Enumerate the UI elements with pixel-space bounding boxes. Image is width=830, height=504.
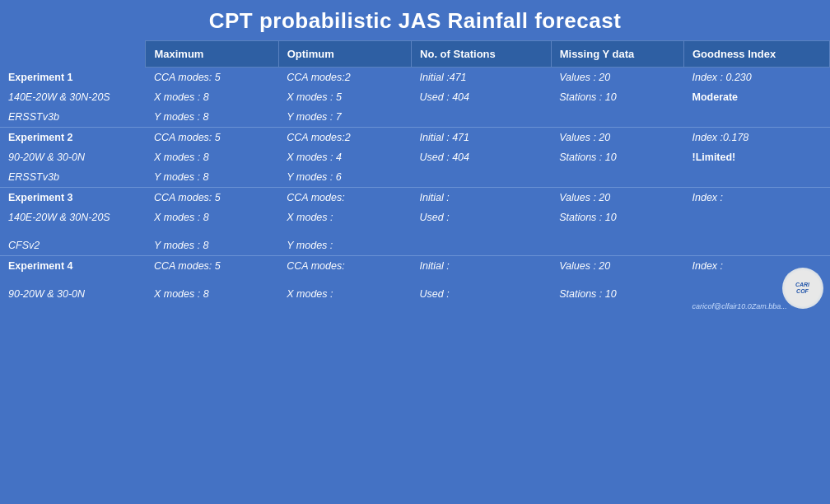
table-cell-7-4: Stations : 10 <box>551 208 683 227</box>
table-cell-6-1: CCA modes: 5 <box>146 188 278 208</box>
table-cell-4-1: X modes : 8 <box>146 147 278 167</box>
table-cell-3-2: CCA modes:2 <box>278 128 411 148</box>
table-cell-0-1: CCA modes: 5 <box>146 68 278 88</box>
table-cell-7-2: X modes : <box>278 208 411 227</box>
col-header-3: No. of Stations <box>412 41 552 68</box>
table-cell-2-5 <box>684 107 830 128</box>
table-cell-6-2: CCA modes: <box>278 188 411 208</box>
table-container: MaximumOptimumNo. of StationsMissing Y d… <box>0 40 830 504</box>
table-cell-10-4: Values : 20 <box>551 256 683 277</box>
table-cell-8-3 <box>412 227 552 236</box>
table-cell-4-4: Stations : 10 <box>551 147 683 167</box>
table-row: 90-20W & 30-0NX modes : 8X modes :Used :… <box>0 276 830 312</box>
table-cell-5-1: Y modes : 8 <box>146 167 278 188</box>
table-cell-1-1: X modes : 8 <box>146 87 278 107</box>
table-cell-3-5: Index :0.178 <box>684 128 830 148</box>
table-cell-8-4 <box>551 227 683 236</box>
table-cell-11-3: Used : <box>412 276 552 312</box>
table-cell-5-5 <box>684 167 830 188</box>
table-cell-9-4 <box>551 236 683 256</box>
table-cell-9-1: Y modes : 8 <box>146 236 278 256</box>
email-text: caricof@clfair10.0Zam.bba... <box>692 302 787 310</box>
page-title: CPT probabilistic JAS Rainfall forecast <box>0 8 830 34</box>
table-cell-1-4: Stations : 10 <box>551 87 683 107</box>
table-row <box>0 227 830 236</box>
cariconf-logo: CARICOF <box>782 268 823 309</box>
table-cell-2-4 <box>551 107 683 128</box>
table-cell-5-4 <box>551 167 683 188</box>
table-cell-7-0: 140E-20W & 30N-20S <box>0 208 146 227</box>
table-cell-11-2: X modes : <box>278 276 411 312</box>
table-row: Experiment 4CCA modes: 5CCA modes:Initia… <box>0 256 830 277</box>
table-cell-3-1: CCA modes: 5 <box>146 128 278 148</box>
table-cell-3-3: Initial : 471 <box>412 128 552 148</box>
table-row: CFSv2Y modes : 8Y modes : <box>0 236 830 256</box>
table-cell-4-2: X modes : 4 <box>278 147 411 167</box>
main-table: MaximumOptimumNo. of StationsMissing Y d… <box>0 40 830 312</box>
table-cell-0-5: Index : 0.230 <box>684 68 830 88</box>
table-cell-1-2: X modes : 5 <box>278 87 411 107</box>
col-header-0 <box>0 41 146 68</box>
table-cell-7-3: Used : <box>412 208 552 227</box>
table-cell-2-1: Y modes : 8 <box>146 107 278 128</box>
table-cell-9-5 <box>684 236 830 256</box>
col-header-1: Maximum <box>146 41 278 68</box>
table-cell-6-5: Index : <box>684 188 830 208</box>
table-cell-8-1 <box>146 227 278 236</box>
table-row: ERSSTv3bY modes : 8Y modes : 7 <box>0 107 830 128</box>
table-cell-4-0: 90-20W & 30-0N <box>0 147 146 167</box>
table-row: 140E-20W & 30N-20SX modes : 8X modes : 5… <box>0 87 830 107</box>
table-cell-0-0: Experiment 1 <box>0 68 146 88</box>
table-cell-8-2 <box>278 227 411 236</box>
table-cell-8-5 <box>684 227 830 236</box>
title-bar: CPT probabilistic JAS Rainfall forecast <box>0 0 830 40</box>
table-cell-8-0 <box>0 227 146 236</box>
table-cell-9-2: Y modes : <box>278 236 411 256</box>
table-cell-5-0: ERSSTv3b <box>0 167 146 188</box>
table-cell-7-5 <box>684 208 830 227</box>
table-cell-2-2: Y modes : 7 <box>278 107 411 128</box>
table-cell-4-3: Used : 404 <box>412 147 552 167</box>
table-cell-3-4: Values : 20 <box>551 128 683 148</box>
table-cell-0-2: CCA modes:2 <box>278 68 411 88</box>
table-row: 140E-20W & 30N-20SX modes : 8X modes :Us… <box>0 208 830 227</box>
table-cell-9-0: CFSv2 <box>0 236 146 256</box>
table-row: ERSSTv3bY modes : 8Y modes : 6 <box>0 167 830 188</box>
table-cell-5-2: Y modes : 6 <box>278 167 411 188</box>
table-cell-11-0: 90-20W & 30-0N <box>0 276 146 312</box>
table-cell-10-1: CCA modes: 5 <box>146 256 278 277</box>
table-cell-1-0: 140E-20W & 30N-20S <box>0 87 146 107</box>
table-cell-1-5: Moderate <box>684 87 830 107</box>
table-cell-10-3: Initial : <box>412 256 552 277</box>
table-row: 90-20W & 30-0NX modes : 8X modes : 4Used… <box>0 147 830 167</box>
col-header-5: Goodness Index <box>684 41 830 68</box>
col-header-2: Optimum <box>278 41 411 68</box>
table-cell-0-4: Values : 20 <box>551 68 683 88</box>
col-header-4: Missing Y data <box>551 41 683 68</box>
table-cell-1-3: Used : 404 <box>412 87 552 107</box>
table-cell-3-0: Experiment 2 <box>0 128 146 148</box>
table-row: Experiment 1CCA modes: 5CCA modes:2Initi… <box>0 68 830 88</box>
table-cell-2-0: ERSSTv3b <box>0 107 146 128</box>
table-cell-6-3: Initial : <box>412 188 552 208</box>
table-cell-10-0: Experiment 4 <box>0 256 146 277</box>
table-cell-5-3 <box>412 167 552 188</box>
table-row: Experiment 3CCA modes: 5CCA modes:Initia… <box>0 188 830 208</box>
table-cell-6-4: Values : 20 <box>551 188 683 208</box>
table-cell-11-1: X modes : 8 <box>146 276 278 312</box>
table-cell-10-2: CCA modes: <box>278 256 411 277</box>
table-cell-11-4: Stations : 10 <box>551 276 683 312</box>
page-wrapper: CPT probabilistic JAS Rainfall forecast … <box>0 0 830 504</box>
table-cell-0-3: Initial :471 <box>412 68 552 88</box>
table-cell-2-3 <box>412 107 552 128</box>
table-row: Experiment 2CCA modes: 5CCA modes:2Initi… <box>0 128 830 148</box>
table-cell-11-5: caricof@clfair10.0Zam.bba...CARICOF <box>684 276 830 312</box>
table-cell-6-0: Experiment 3 <box>0 188 146 208</box>
table-cell-7-1: X modes : 8 <box>146 208 278 227</box>
table-cell-4-5: !Limited! <box>684 147 830 167</box>
table-cell-9-3 <box>412 236 552 256</box>
